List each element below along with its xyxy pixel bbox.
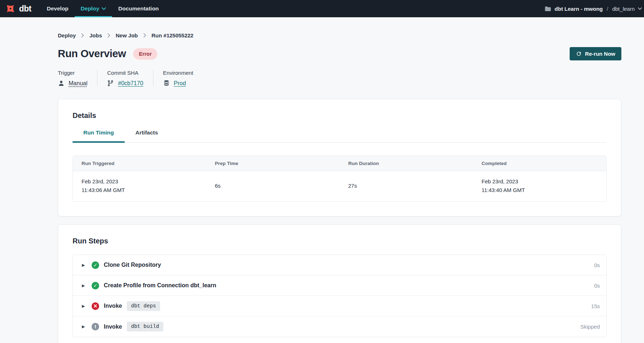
account-name: dbt Learn - mwong xyxy=(555,6,603,12)
table-row: Feb 23rd, 2023 11:43:06 AM GMT 6s 27s Fe… xyxy=(73,171,606,201)
main-content: Deploy Jobs New Job Run #125055222 Run O… xyxy=(58,32,621,343)
run-triggered-date: Feb 23rd, 2023 xyxy=(82,177,206,186)
step-row-invoke-dbt-deps[interactable]: ▶ × Invoke dbt deps 15s xyxy=(73,296,606,316)
step-duration: 0s xyxy=(594,262,600,268)
chevron-right-icon xyxy=(143,33,146,38)
run-timing-table: Run Triggered Prep Time Run Duration Com… xyxy=(73,156,607,202)
table-header-row: Run Triggered Prep Time Run Duration Com… xyxy=(73,156,606,171)
chevron-right-icon xyxy=(81,33,84,38)
success-icon: ✓ xyxy=(92,282,99,289)
meta-environment: Environment Prod xyxy=(163,70,193,87)
run-steps-title: Run Steps xyxy=(73,237,607,245)
step-row-create-profile[interactable]: ▶ ✓ Create Profile from Connection dbt_l… xyxy=(73,275,606,296)
nav-item-documentation[interactable]: Documentation xyxy=(112,0,165,17)
rerun-now-button[interactable]: Re-run Now xyxy=(570,47,621,60)
folder-icon xyxy=(545,6,551,12)
chevron-down-icon xyxy=(638,7,642,10)
meta-divider xyxy=(153,70,153,87)
success-icon: ✓ xyxy=(92,261,99,269)
details-title: Details xyxy=(73,111,607,120)
environment-label: Environment xyxy=(163,70,193,76)
commit-sha-label: Commit SHA xyxy=(107,70,143,76)
column-header-prep-time: Prep Time xyxy=(206,161,339,166)
run-meta: Trigger Manual Commit SHA #0cb7170 Envir… xyxy=(58,70,621,87)
top-nav: dbt Develop Deploy Documentation dbt Lea… xyxy=(0,0,644,17)
details-card: Details Run Timing Artifacts Run Trigger… xyxy=(58,99,621,216)
chevron-right-icon xyxy=(107,33,110,38)
nav-item-develop[interactable]: Develop xyxy=(41,0,74,17)
meta-divider xyxy=(97,70,97,87)
trigger-label: Trigger xyxy=(58,70,87,76)
page-header: Run Overview Error Re-run Now xyxy=(58,47,621,60)
step-label: Create Profile from Connection dbt_learn xyxy=(104,282,216,289)
cell-run-triggered: Feb 23rd, 2023 11:43:06 AM GMT xyxy=(73,177,206,195)
expand-caret-icon[interactable]: ▶ xyxy=(82,263,92,267)
column-header-completed: Completed xyxy=(473,161,606,166)
step-command-chip: dbt build xyxy=(127,322,163,331)
step-duration: 0s xyxy=(594,283,600,289)
trigger-value[interactable]: Manual xyxy=(69,80,87,87)
meta-trigger: Trigger Manual xyxy=(58,70,87,87)
breadcrumb-jobs[interactable]: Jobs xyxy=(89,32,102,38)
status-badge: Error xyxy=(133,48,157,60)
step-duration: 15s xyxy=(591,303,600,309)
details-tabs: Run Timing Artifacts xyxy=(73,129,607,143)
step-duration: Skipped xyxy=(580,324,600,330)
cell-completed: Feb 23rd, 2023 11:43:40 AM GMT xyxy=(473,177,606,195)
project-switcher[interactable]: dbt Learn - mwong / dbt_learn xyxy=(545,6,643,12)
database-icon xyxy=(163,80,170,87)
rerun-now-label: Re-run Now xyxy=(585,51,615,57)
tab-artifacts[interactable]: Artifacts xyxy=(125,129,169,143)
column-header-run-duration: Run Duration xyxy=(340,161,473,166)
chevron-down-icon xyxy=(102,7,106,10)
step-row-invoke-dbt-build[interactable]: ▶ ! Invoke dbt build Skipped xyxy=(73,316,606,337)
tab-run-timing[interactable]: Run Timing xyxy=(73,129,125,143)
git-branch-icon xyxy=(107,80,114,87)
cell-prep-time: 6s xyxy=(206,182,339,190)
project-name: dbt_learn xyxy=(612,6,635,12)
nav-item-label: Develop xyxy=(47,5,68,12)
run-steps-card: Run Steps ▶ ✓ Clone Git Repository 0s ▶ … xyxy=(58,224,621,343)
step-row-clone-git-repository[interactable]: ▶ ✓ Clone Git Repository 0s xyxy=(73,255,606,275)
dbt-logo[interactable]: dbt xyxy=(5,3,31,14)
cell-run-duration: 27s xyxy=(340,182,473,190)
commit-sha-link[interactable]: #0cb7170 xyxy=(118,80,143,87)
breadcrumb: Deploy Jobs New Job Run #125055222 xyxy=(58,32,621,38)
primary-nav: Develop Deploy Documentation xyxy=(41,0,165,17)
expand-caret-icon[interactable]: ▶ xyxy=(82,324,92,329)
breadcrumb-run-id[interactable]: Run #125055222 xyxy=(152,32,194,38)
page-title: Run Overview xyxy=(58,48,126,60)
person-icon xyxy=(58,80,65,87)
skipped-icon: ! xyxy=(92,323,99,330)
completed-date: Feb 23rd, 2023 xyxy=(482,177,606,186)
step-label: Invoke xyxy=(104,303,122,309)
step-command-chip: dbt deps xyxy=(127,301,161,311)
nav-item-label: Deploy xyxy=(81,5,99,12)
expand-caret-icon[interactable]: ▶ xyxy=(82,283,92,288)
run-steps-list: ▶ ✓ Clone Git Repository 0s ▶ ✓ Create P… xyxy=(73,255,607,337)
project-separator: / xyxy=(606,6,609,12)
breadcrumb-deploy[interactable]: Deploy xyxy=(58,32,76,38)
brand-name: dbt xyxy=(19,4,31,14)
step-label: Invoke xyxy=(104,324,122,330)
nav-item-deploy[interactable]: Deploy xyxy=(75,0,112,17)
run-triggered-time: 11:43:06 AM GMT xyxy=(82,186,206,195)
expand-caret-icon[interactable]: ▶ xyxy=(82,304,92,308)
breadcrumb-new-job[interactable]: New Job xyxy=(116,32,138,38)
dbt-mark-icon xyxy=(5,3,16,14)
environment-link[interactable]: Prod xyxy=(174,80,186,87)
error-icon: × xyxy=(92,302,99,310)
completed-time: 11:43:40 AM GMT xyxy=(482,186,606,195)
meta-commit-sha: Commit SHA #0cb7170 xyxy=(107,70,143,87)
step-label: Clone Git Repository xyxy=(104,262,161,268)
nav-item-label: Documentation xyxy=(118,5,159,12)
column-header-run-triggered: Run Triggered xyxy=(73,161,206,166)
refresh-icon xyxy=(576,51,582,57)
